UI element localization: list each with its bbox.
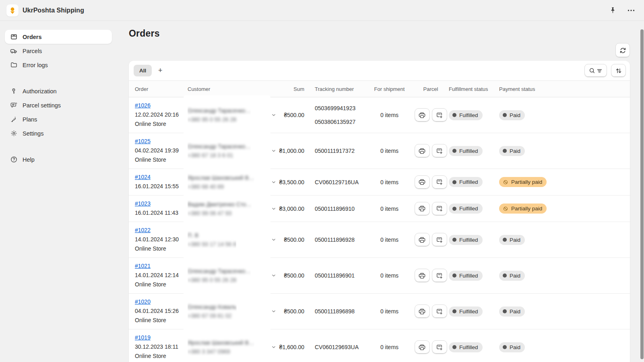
sidebar-item-parcels[interactable]: Parcels bbox=[5, 44, 112, 58]
create-parcel-button[interactable] bbox=[432, 269, 447, 282]
payment-status-badge: Partially paid bbox=[499, 204, 547, 214]
expand-row-chevron-icon[interactable] bbox=[270, 111, 278, 119]
customer-phone-redacted: +380 67 18 3 6 01 bbox=[188, 151, 251, 160]
order-link[interactable]: #1022 bbox=[135, 227, 151, 233]
add-label-icon bbox=[436, 111, 443, 119]
order-link[interactable]: #1023 bbox=[135, 200, 151, 207]
page-title: Orders bbox=[129, 28, 630, 39]
expand-row-chevron-icon[interactable] bbox=[270, 236, 278, 244]
order-channel: Online Store bbox=[135, 155, 188, 165]
printer-icon bbox=[418, 178, 426, 186]
print-label-button[interactable] bbox=[415, 340, 430, 354]
column-header-tracking[interactable]: Tracking number bbox=[310, 86, 366, 92]
expand-row-chevron-icon[interactable] bbox=[270, 272, 278, 280]
for-shipment-cell: 0 items bbox=[366, 344, 413, 350]
create-parcel-button[interactable] bbox=[432, 202, 447, 216]
print-label-button[interactable] bbox=[415, 202, 430, 216]
customer-cell: Олександр Коваль +380 67 09 81 02 bbox=[188, 294, 278, 329]
search-filter-button[interactable] bbox=[584, 64, 607, 77]
order-link[interactable]: #1020 bbox=[135, 298, 151, 305]
sidebar-item-orders[interactable]: Orders bbox=[5, 30, 112, 44]
create-parcel-button[interactable] bbox=[432, 175, 447, 189]
tab-all[interactable]: All bbox=[134, 65, 152, 76]
sort-button[interactable] bbox=[611, 64, 626, 77]
sidebar-item-settings[interactable]: Settings bbox=[5, 126, 112, 140]
fulfillment-status-badge: Fulfilled bbox=[449, 177, 483, 187]
expand-row-chevron-icon[interactable] bbox=[270, 147, 278, 155]
refresh-button[interactable] bbox=[615, 43, 630, 58]
order-date: 14.01.2024 12:30 bbox=[135, 235, 188, 244]
partially-paid-slash-icon bbox=[503, 206, 508, 212]
printer-icon bbox=[418, 205, 426, 212]
column-header-for-shipment[interactable]: For shipment bbox=[366, 86, 413, 92]
print-label-button[interactable] bbox=[415, 175, 430, 189]
for-shipment-cell: 0 items bbox=[366, 112, 413, 118]
column-header-fulfillment[interactable]: Fulfillment status bbox=[449, 86, 499, 92]
print-label-button[interactable] bbox=[415, 144, 430, 158]
create-parcel-button[interactable] bbox=[432, 304, 447, 318]
parcel-cell bbox=[413, 340, 449, 354]
column-header-parcel[interactable]: Parcel bbox=[413, 86, 449, 92]
create-parcel-button[interactable] bbox=[432, 108, 447, 122]
vertical-scrollbar[interactable] bbox=[640, 21, 644, 362]
payment-cell: Paid bbox=[499, 306, 624, 317]
column-header-order[interactable]: Order bbox=[135, 86, 188, 92]
print-label-button[interactable] bbox=[415, 108, 430, 122]
customer-name-redacted: Олександр Коваль bbox=[188, 302, 237, 311]
sidebar-item-label: Parcel settings bbox=[23, 102, 61, 109]
parcel-cell bbox=[413, 304, 449, 318]
fulfillment-status-badge: Fulfilled bbox=[449, 235, 483, 245]
order-cell: #1022 14.01.2024 12:30 Online Store bbox=[135, 222, 188, 257]
print-label-button[interactable] bbox=[415, 304, 430, 318]
create-parcel-button[interactable] bbox=[432, 340, 447, 354]
order-row: #1023 16.01.2024 11:43 Вадим Дмитренко С… bbox=[129, 195, 630, 222]
sidebar-item-label: Error logs bbox=[23, 62, 48, 68]
printer-icon bbox=[418, 147, 426, 155]
column-header-payment[interactable]: Payment status bbox=[499, 86, 624, 92]
expand-row-chevron-icon[interactable] bbox=[270, 178, 278, 186]
print-label-button[interactable] bbox=[415, 269, 430, 282]
expand-row-chevron-icon[interactable] bbox=[270, 205, 278, 213]
add-view-button[interactable]: + bbox=[154, 65, 166, 77]
order-link[interactable]: #1019 bbox=[135, 334, 151, 341]
sum-cell: ₴1,600.00 bbox=[278, 344, 310, 350]
create-parcel-button[interactable] bbox=[432, 144, 447, 158]
column-header-customer[interactable]: Customer bbox=[188, 86, 278, 92]
scrollbar-thumb[interactable] bbox=[640, 29, 644, 359]
sum-cell: ₴500.00 bbox=[278, 272, 310, 279]
sidebar-item-error-logs[interactable]: Error logs bbox=[5, 58, 112, 72]
create-parcel-button[interactable] bbox=[432, 233, 447, 247]
order-cell: #1024 16.01.2024 15:55 bbox=[135, 169, 188, 195]
customer-phone-redacted: +380 99 06 47 93 bbox=[188, 209, 252, 218]
sidebar-item-authorization[interactable]: Authorization bbox=[5, 84, 112, 98]
pin-icon[interactable] bbox=[609, 6, 617, 14]
sidebar-item-parcel-settings[interactable]: Parcel settings bbox=[5, 98, 112, 112]
order-row: #1025 04.02.2024 19:39 Online Store Олек… bbox=[129, 133, 630, 169]
expand-row-chevron-icon[interactable] bbox=[270, 343, 278, 351]
fulfillment-cell: Fulfilled bbox=[449, 204, 499, 214]
parcel-cell bbox=[413, 144, 449, 158]
order-link[interactable]: #1026 bbox=[135, 102, 151, 109]
order-date: 14.01.2024 12:14 bbox=[135, 271, 188, 280]
order-link[interactable]: #1024 bbox=[135, 174, 151, 180]
printer-icon bbox=[418, 308, 426, 315]
sidebar-item-help[interactable]: Help bbox=[5, 152, 112, 167]
expand-row-chevron-icon[interactable] bbox=[270, 307, 278, 315]
table-header-row: Order Customer Sum Tracking number For s… bbox=[129, 81, 630, 97]
status-dot-icon bbox=[503, 149, 507, 153]
order-link[interactable]: #1025 bbox=[135, 138, 151, 144]
order-cell: #1020 04.01.2024 15:26 Online Store bbox=[135, 294, 188, 329]
print-label-button[interactable] bbox=[415, 233, 430, 247]
for-shipment-cell: 0 items bbox=[366, 179, 413, 185]
sidebar-item-plans[interactable]: Plans bbox=[5, 112, 112, 126]
tracking-number: 0500111896898 bbox=[315, 304, 366, 318]
customer-name-redacted: Ярослав Шаховський В… bbox=[188, 338, 254, 347]
more-dots-icon[interactable] bbox=[627, 6, 635, 14]
tracking-cell: 0500111896910 bbox=[310, 202, 366, 216]
payment-cell: Paid bbox=[499, 146, 624, 156]
printer-icon bbox=[418, 111, 426, 119]
order-row: #1022 14.01.2024 12:30 Online Store П. В… bbox=[129, 222, 630, 258]
order-link[interactable]: #1021 bbox=[135, 263, 151, 269]
order-row: #1026 12.02.2024 20:16 Online Store Олек… bbox=[129, 97, 630, 133]
column-header-sum[interactable]: Sum bbox=[278, 86, 310, 92]
